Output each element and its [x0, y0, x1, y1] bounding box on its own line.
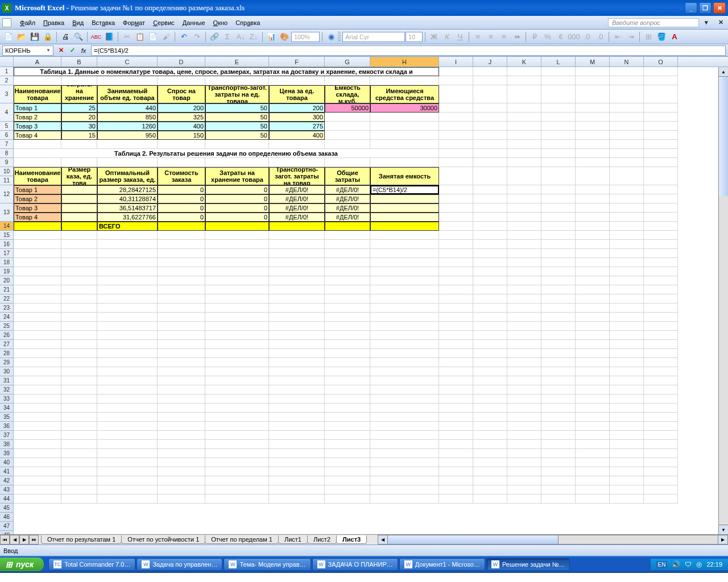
help-button[interactable]: ◉ [325, 31, 337, 43]
cell-O7[interactable] [644, 122, 678, 131]
cell-N27[interactable] [610, 304, 644, 313]
cell-A2[interactable] [14, 76, 61, 85]
cell-E34[interactable] [205, 367, 269, 376]
cell-A6[interactable]: Товар 2 [14, 113, 61, 122]
cell-E32[interactable] [205, 349, 269, 358]
cell-I41[interactable] [439, 431, 473, 440]
cell-K15[interactable] [507, 194, 541, 203]
enter-formula-button[interactable]: ✓ [67, 45, 77, 56]
cell-E42[interactable] [205, 440, 269, 449]
row-header-26[interactable]: 26 [0, 331, 14, 340]
cell-I31[interactable] [439, 340, 473, 349]
cell-N21[interactable] [610, 249, 644, 258]
cell-C15[interactable]: 40,31128874 [97, 194, 158, 203]
cell-E30[interactable] [205, 331, 269, 340]
merge-button[interactable]: ⬌ [511, 31, 523, 43]
cell-G2[interactable] [325, 76, 370, 85]
cell-N35[interactable] [610, 376, 644, 385]
cell-H16[interactable] [370, 203, 439, 213]
cell-A7[interactable]: Товар 3 [14, 122, 61, 131]
cell-H41[interactable] [370, 431, 439, 440]
cell-A44[interactable] [14, 458, 61, 467]
cell-K10[interactable] [507, 149, 541, 158]
cell-B21[interactable] [61, 249, 97, 258]
cell-I27[interactable] [439, 304, 473, 313]
cell-F41[interactable] [269, 431, 325, 440]
cell-L35[interactable] [541, 376, 576, 385]
cell-D29[interactable] [158, 322, 205, 331]
menu-insert[interactable]: Вставка [88, 18, 119, 28]
cell-A46[interactable] [14, 476, 61, 485]
cell-C27[interactable] [97, 304, 158, 313]
row-header-36[interactable]: 36 [0, 422, 14, 431]
cell-L45[interactable] [541, 467, 576, 476]
cell-N2[interactable] [610, 76, 644, 85]
cell-D27[interactable] [158, 304, 205, 313]
cell-N31[interactable] [610, 340, 644, 349]
cell-H46[interactable] [370, 476, 439, 485]
permission-button[interactable]: 🔒 [42, 31, 54, 43]
cell-J46[interactable] [473, 476, 507, 485]
cell-H21[interactable] [370, 249, 439, 258]
cell-N23[interactable] [610, 267, 644, 276]
cell-I33[interactable] [439, 358, 473, 367]
tray-icon-1[interactable]: 🔊 [672, 560, 680, 568]
cell-F44[interactable] [269, 458, 325, 467]
cell-E16[interactable]: 0 [205, 203, 269, 213]
col-header-K[interactable]: K [507, 57, 541, 66]
cell-N6[interactable] [610, 113, 644, 122]
cell-D14[interactable]: 0 [158, 185, 205, 194]
cell-A34[interactable] [14, 367, 61, 376]
cell-E38[interactable] [205, 404, 269, 413]
cell-O37[interactable] [644, 394, 678, 404]
cell-N1[interactable] [610, 67, 644, 76]
cell-O34[interactable] [644, 367, 678, 376]
cell-E25[interactable] [205, 285, 269, 294]
cell-G15[interactable]: #ДЕЛ/0! [325, 194, 370, 203]
cell-O9[interactable] [644, 140, 678, 149]
cell-G22[interactable] [325, 258, 370, 267]
cell-K1[interactable] [507, 67, 541, 76]
next-sheet-button[interactable]: ▶ [19, 535, 29, 544]
cell-D46[interactable] [158, 476, 205, 485]
last-sheet-button[interactable]: ⏭ [29, 535, 39, 544]
row-header-16[interactable]: 16 [0, 240, 14, 249]
cell-A17[interactable]: Товар 4 [14, 213, 61, 222]
cell-E11[interactable] [205, 158, 269, 167]
cell-N48[interactable] [610, 494, 644, 504]
cell-G16[interactable]: #ДЕЛ/0! [325, 203, 370, 213]
cell-A42[interactable] [14, 440, 61, 449]
cell-K3[interactable] [507, 85, 541, 103]
row-header-13[interactable]: 13 [0, 203, 14, 222]
cell-H34[interactable] [370, 367, 439, 376]
open-button[interactable]: 📂 [15, 31, 28, 43]
cell-J45[interactable] [473, 467, 507, 476]
paste-button[interactable]: 📄 [147, 31, 159, 43]
cell-D33[interactable] [158, 358, 205, 367]
cell-L37[interactable] [541, 394, 576, 404]
row-header-1[interactable]: 1 [0, 67, 14, 76]
cell-D30[interactable] [158, 331, 205, 340]
cell-I12[interactable] [439, 167, 473, 185]
cell-F33[interactable] [269, 358, 325, 367]
cell-A16[interactable]: Товар 3 [14, 203, 61, 213]
cell-E33[interactable] [205, 358, 269, 367]
align-left-button[interactable]: ≡ [471, 31, 484, 43]
cell-G5[interactable]: 50000 [325, 103, 370, 113]
cell-J43[interactable] [473, 449, 507, 458]
cell-A20[interactable] [14, 240, 61, 249]
cell-K16[interactable] [507, 203, 541, 213]
cell-J14[interactable] [473, 185, 507, 194]
cell-A22[interactable] [14, 258, 61, 267]
cell-O17[interactable] [644, 213, 678, 222]
cell-A43[interactable] [14, 449, 61, 458]
cell-D31[interactable] [158, 340, 205, 349]
cell-E28[interactable] [205, 313, 269, 322]
align-center-button[interactable]: ≡ [485, 31, 497, 43]
cell-G39[interactable] [325, 413, 370, 422]
cell-D9[interactable] [158, 140, 205, 149]
cell-A12[interactable]: Наименование товара [14, 167, 61, 185]
menubar-help-dd[interactable]: ▾ [702, 19, 710, 26]
cell-I46[interactable] [439, 476, 473, 485]
cell-K44[interactable] [507, 458, 541, 467]
